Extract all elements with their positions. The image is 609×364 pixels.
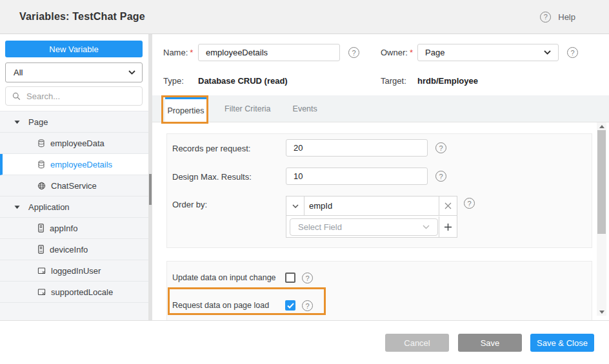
database-icon (37, 139, 45, 148)
name-label: Name:* (163, 48, 193, 57)
records-per-request-label: Records per request: (172, 144, 250, 153)
tree-label: supportedLocale (51, 287, 113, 297)
update-data-help-icon[interactable]: ? (302, 273, 313, 283)
name-help-icon[interactable]: ? (348, 47, 359, 58)
close-icon (444, 202, 452, 209)
select-field-dropdown[interactable]: Select Field (290, 218, 438, 236)
tree-label: ChatService (51, 181, 97, 191)
cancel-button[interactable]: Cancel (385, 334, 449, 352)
tree-empty-row (0, 303, 148, 321)
update-data-checkbox[interactable] (285, 273, 295, 283)
name-value: employeeDetails (206, 48, 268, 57)
tree-item-employeedetails[interactable]: employeeDetails (0, 154, 148, 175)
tree-label: Application (28, 202, 70, 212)
search-icon (12, 92, 21, 101)
order-by-help-icon[interactable]: ? (464, 198, 475, 209)
mobile-icon (37, 224, 45, 233)
variable-icon (37, 288, 46, 296)
tree-item-supportedlocale[interactable]: supportedLocale (0, 282, 148, 303)
tree-group-page[interactable]: Page (0, 111, 148, 133)
order-by-field[interactable]: empId (304, 196, 439, 215)
variable-tree: Page employeeData employeeDetails ChatSe… (0, 111, 148, 321)
tree-item-chatservice[interactable]: ChatService (0, 175, 148, 196)
globe-icon (37, 182, 46, 190)
add-order-button[interactable] (439, 216, 457, 237)
type-value: Database CRUD (read) (198, 76, 288, 86)
request-data-checkbox[interactable] (285, 300, 295, 311)
filter-select[interactable]: All (5, 62, 143, 82)
search-placeholder: Search... (26, 91, 60, 101)
required-marker: * (190, 48, 193, 57)
tree-item-appinfo[interactable]: appInfo (0, 218, 148, 239)
type-label: Type: (163, 76, 184, 86)
records-value: 20 (294, 143, 303, 153)
chevron-down-icon (128, 70, 135, 75)
sidebar: New Variable All Search... Page employee… (0, 34, 148, 320)
records-help-icon[interactable]: ? (435, 142, 446, 153)
filter-select-value: All (14, 68, 23, 77)
save-close-button[interactable]: Save & Close (530, 334, 594, 352)
footer: Cancel Save Save & Close (0, 320, 609, 364)
main-scrollbar-thumb[interactable] (597, 130, 606, 234)
owner-label: Owner:* (381, 48, 413, 57)
header: Variables: TestChat Page ? Help (0, 0, 609, 34)
tree-group-application[interactable]: Application (0, 196, 148, 218)
search-input[interactable]: Search... (5, 86, 143, 106)
records-per-request-input[interactable]: 20 (286, 139, 428, 157)
chevron-down-icon (423, 225, 430, 229)
save-button[interactable]: Save (458, 334, 522, 352)
remove-order-button[interactable] (439, 196, 457, 215)
database-icon (37, 160, 45, 169)
variable-icon (37, 267, 46, 275)
tree-label: loggedInUser (51, 266, 101, 276)
required-marker: * (410, 48, 413, 57)
order-by-value: empId (309, 201, 332, 211)
mobile-icon (37, 245, 45, 254)
tab-filter-criteria[interactable]: Filter Criteria (214, 95, 282, 122)
new-variable-button[interactable]: New Variable (5, 41, 143, 57)
chevron-down-icon (292, 204, 299, 208)
order-by-box: empId Select Field (286, 196, 457, 238)
tab-events[interactable]: Events (282, 95, 328, 122)
design-max-value: 10 (294, 171, 303, 181)
sidebar-scrollbar-thumb[interactable] (149, 174, 152, 205)
options-card: Update data on input change ? Request da… (166, 261, 592, 320)
request-data-help-icon[interactable]: ? (302, 300, 313, 311)
plus-icon (444, 223, 452, 231)
page-title: Variables: TestChat Page (19, 11, 145, 23)
design-max-results-input[interactable]: 10 (286, 168, 428, 185)
tree-label: deviceInfo (50, 245, 88, 254)
properties-card: Records per request: 20 ? Design Max. Re… (166, 133, 592, 248)
tree-label: Page (28, 117, 48, 127)
main-panel: Name:* employeeDetails ? Owner:* Page ? … (152, 34, 609, 320)
owner-help-icon[interactable]: ? (567, 47, 578, 58)
order-direction-button[interactable] (286, 196, 304, 215)
request-data-label: Request data on page load (172, 301, 269, 310)
help-label: Help (558, 12, 575, 22)
select-field-placeholder: Select Field (298, 222, 342, 232)
tab-bar: Properties Filter Criteria Events (152, 95, 609, 122)
chevron-down-icon (544, 50, 551, 55)
main-scrollbar[interactable] (597, 122, 606, 316)
triangle-down-icon (14, 119, 20, 125)
target-value: hrdb/Employee (417, 76, 478, 86)
tree-item-loggedinuser[interactable]: loggedInUser (0, 260, 148, 282)
tree-label: employeeDetails (50, 160, 112, 169)
tree-item-employeedata[interactable]: employeeData (0, 133, 148, 154)
help-icon: ? (540, 12, 551, 23)
design-max-results-label: Design Max. Results: (172, 172, 252, 182)
target-label: Target: (381, 76, 406, 86)
tree-label: employeeData (50, 139, 105, 148)
tree-item-deviceinfo[interactable]: deviceInfo (0, 239, 148, 260)
tab-properties[interactable]: Properties (165, 97, 206, 122)
order-by-label: Order by: (172, 200, 207, 209)
scroll-up-arrow[interactable] (597, 122, 606, 130)
design-max-help-icon[interactable]: ? (435, 171, 446, 182)
scroll-down-arrow[interactable] (597, 308, 606, 316)
help-button[interactable]: ? Help (540, 0, 575, 34)
owner-value: Page (425, 48, 444, 57)
triangle-down-icon (14, 204, 20, 210)
tree-label: appInfo (50, 224, 77, 233)
name-input[interactable]: employeeDetails (198, 44, 340, 61)
owner-select[interactable]: Page (417, 44, 559, 61)
